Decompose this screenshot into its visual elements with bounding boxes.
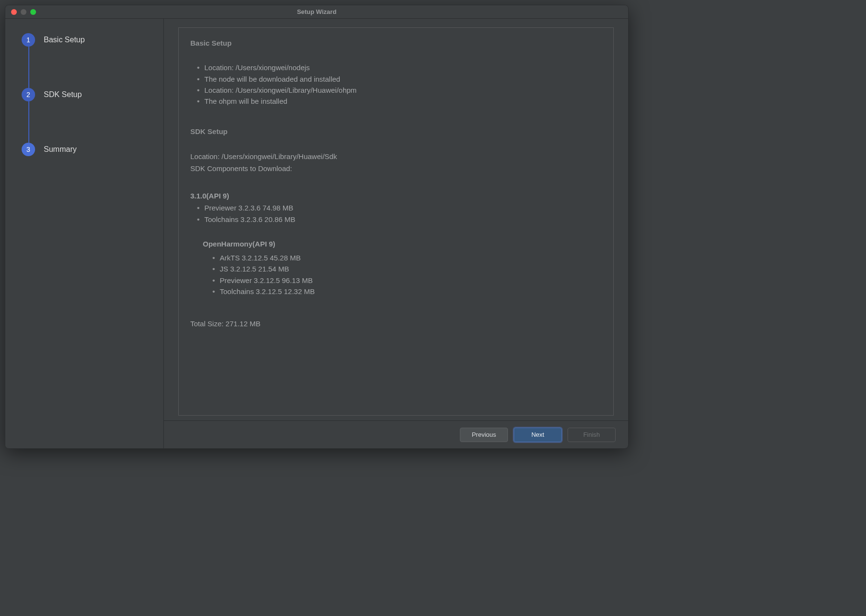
sdk-component-item: Toolchains 3.2.3.6 20.86 MB	[197, 214, 602, 225]
sdk-component-item: Toolchains 3.2.12.5 12.32 MB	[212, 286, 602, 297]
step-summary[interactable]: 3 Summary	[22, 143, 154, 156]
sdk-component-item: JS 3.2.12.5 21.54 MB	[212, 263, 602, 274]
button-label: Previous	[472, 431, 496, 438]
basic-setup-list: Location: /Users/xiongwei/nodejs The nod…	[197, 62, 602, 107]
finish-button: Finish	[568, 428, 616, 442]
step-number-icon: 3	[22, 143, 35, 156]
step-label: Summary	[44, 145, 76, 154]
setup-wizard-window: Setup Wizard 1 Basic Setup 2 SDK Setup 3…	[5, 5, 629, 449]
wizard-main: Basic Setup Location: /Users/xiongwei/no…	[164, 19, 628, 448]
sdk-setup-heading: SDK Setup	[190, 126, 602, 137]
step-number-icon: 1	[22, 33, 35, 47]
summary-panel: Basic Setup Location: /Users/xiongwei/no…	[178, 27, 614, 416]
sdk-component-item: Previewer 3.2.3.6 74.98 MB	[197, 202, 602, 213]
button-label: Finish	[583, 431, 600, 438]
summary-line: Location: /Users/xiongwei/nodejs	[197, 62, 602, 73]
wizard-sidebar: 1 Basic Setup 2 SDK Setup 3 Summary	[5, 19, 164, 448]
titlebar: Setup Wizard	[5, 5, 628, 19]
window-title: Setup Wizard	[5, 8, 628, 15]
summary-line: The ohpm will be installed	[197, 96, 602, 107]
window-close-icon[interactable]	[11, 9, 17, 15]
window-body: 1 Basic Setup 2 SDK Setup 3 Summary Basi…	[5, 19, 628, 448]
step-basic-setup[interactable]: 1 Basic Setup	[22, 33, 154, 88]
openharmony-block: OpenHarmony(API 9) ArkTS 3.2.12.5 45.28 …	[203, 238, 602, 297]
wizard-steps: 1 Basic Setup 2 SDK Setup 3 Summary	[22, 33, 154, 156]
sdk-api1-list: Previewer 3.2.3.6 74.98 MB Toolchains 3.…	[197, 202, 602, 225]
basic-setup-heading: Basic Setup	[190, 37, 602, 49]
sdk-components-label: SDK Components to Download:	[190, 163, 602, 174]
window-minimize-icon[interactable]	[21, 9, 26, 15]
step-label: SDK Setup	[44, 90, 82, 99]
step-label: Basic Setup	[44, 36, 85, 44]
step-sdk-setup[interactable]: 2 SDK Setup	[22, 88, 154, 143]
button-label: Next	[532, 431, 544, 438]
sdk-api2-list: ArkTS 3.2.12.5 45.28 MB JS 3.2.12.5 21.5…	[212, 252, 602, 297]
sdk-component-item: ArkTS 3.2.12.5 45.28 MB	[212, 252, 602, 263]
sdk-api-heading: 3.1.0(API 9)	[190, 190, 602, 201]
total-size: Total Size: 271.12 MB	[190, 318, 602, 329]
next-button[interactable]: Next	[514, 428, 562, 442]
summary-line: Location: /Users/xiongwei/Library/Huawei…	[197, 85, 602, 96]
wizard-footer: Previous Next Finish	[164, 420, 628, 448]
step-number-icon: 2	[22, 88, 35, 101]
summary-line: The node will be downloaded and installe…	[197, 74, 602, 85]
window-zoom-icon[interactable]	[30, 9, 36, 15]
sdk-location: Location: /Users/xiongwei/Library/Huawei…	[190, 151, 602, 162]
sdk-component-item: Previewer 3.2.12.5 96.13 MB	[212, 275, 602, 286]
traffic-lights	[5, 9, 36, 15]
summary-panel-wrap: Basic Setup Location: /Users/xiongwei/no…	[164, 19, 628, 420]
openharmony-heading: OpenHarmony(API 9)	[203, 238, 602, 249]
previous-button[interactable]: Previous	[460, 428, 508, 442]
